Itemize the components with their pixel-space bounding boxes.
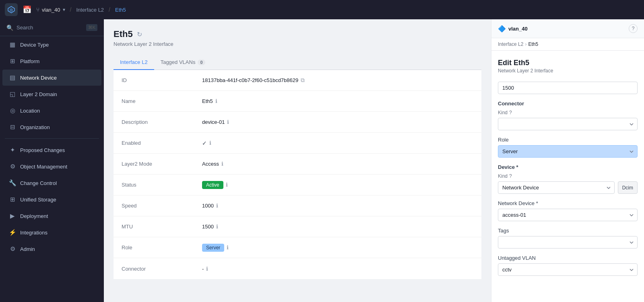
device-dcim-badge: Dcim [618,181,638,194]
branch-selector[interactable]: ⑂ vlan_40 ▾ [36,6,65,13]
sidebar-item-deployment[interactable]: ▶Deployment [2,208,101,224]
sidebar-item-unified-storage[interactable]: ⊞Unified Storage [2,191,101,207]
device-section-title: Device * [498,164,638,170]
panel-brand-name: vlan_40 [508,26,528,32]
sidebar-item-admin[interactable]: ⚙Admin [2,241,101,257]
sidebar-icon-platform: ⊞ [9,58,16,65]
panel-help-button[interactable]: ? [629,24,638,33]
cell-text: - [202,266,204,272]
form-device: Device * Kind ? Network Device Dcim [498,164,638,194]
connector-kind-help-icon[interactable]: ? [509,110,512,115]
breadcrumb-interface-l2[interactable]: Interface L2 [76,7,104,13]
breadcrumb-sep2: / [109,6,110,13]
sidebar-item-platform[interactable]: ⊞Platform [2,53,101,69]
device-kind-help-icon[interactable]: ? [509,173,512,179]
info-icon[interactable]: ℹ [227,119,229,125]
table-cell-key: Enabled [122,140,202,146]
form-network-device: Network Device * access-01 [498,200,638,221]
sidebar-item-location[interactable]: ◎Location [2,103,101,119]
device-kind-label: Kind ? [498,173,638,179]
panel-brand: 🔷 vlan_40 [498,25,528,33]
sidebar-label-organization: Organization [20,124,50,130]
sidebar-item-organization[interactable]: ⊟Organization [2,119,101,135]
table-row: MTU1500ℹ [114,216,481,237]
sidebar-icon-organization: ⊟ [9,123,16,131]
info-icon[interactable]: ℹ [221,161,223,167]
copy-icon[interactable]: ⧉ [301,77,305,84]
info-icon[interactable]: ℹ [216,203,218,209]
breadcrumb-eth5[interactable]: Eth5 [115,7,126,13]
sidebar-icon-layer2-domain: ◱ [9,90,16,98]
table-row: NameEth5ℹ [114,91,481,112]
sidebar-item-object-management[interactable]: ⚙Object Management [2,158,101,175]
sidebar-item-integrations[interactable]: ⚡Integrations [2,224,101,240]
table-cell-key: Description [122,119,202,125]
tags-select[interactable] [498,236,638,249]
mtu-input[interactable] [498,82,638,94]
data-table: ID18137bba-441f-c0b7-2f60-c51bcd7b8629⧉N… [114,70,481,279]
sidebar-item-device-type[interactable]: ▦Device Type [2,37,101,53]
table-row: Enabled✓ℹ [114,133,481,154]
panel-edit-title: Edit Eth5 [498,59,638,67]
tab-interface-l2[interactable]: Interface L2 [114,55,154,70]
role-select[interactable]: Server [498,145,638,158]
sidebar-label-proposed-changes: Proposed Changes [20,147,65,153]
table-cell-value: -ℹ [202,266,473,272]
form-mtu [498,82,638,94]
sidebar-label-object-management: Object Management [20,164,67,170]
network-device-select[interactable]: access-01 [498,209,638,221]
search-shortcut: ⌘K [86,24,97,31]
sidebar-item-layer2-domain[interactable]: ◱Layer 2 Domain [2,86,101,102]
form-untagged-vlan: Untagged VLAN cctv [498,255,638,276]
refresh-icon[interactable]: ↻ [137,31,142,38]
tab-tagged-vlans-label: Tagged VLANs [161,59,196,65]
panel-body: Edit Eth5 Network Layer 2 Interface Conn… [491,51,644,302]
sidebar-item-change-control[interactable]: 🔧Change Control [2,175,101,191]
table-cell-value: 18137bba-441f-c0b7-2f60-c51bcd7b8629⧉ [202,77,473,84]
sidebar-label-network-device: Network Device [20,75,57,81]
sidebar-item-proposed-changes[interactable]: ✦Proposed Changes [2,142,101,158]
info-icon[interactable]: ℹ [227,244,229,251]
info-icon[interactable]: ℹ [215,98,217,104]
content-area: Eth5 ↻ Network Layer 2 Interface Interfa… [104,19,491,302]
sidebar-icon-deployment: ▶ [9,212,16,220]
sidebar-label-device-type: Device Type [20,42,49,48]
main-content: Eth5 ↻ Network Layer 2 Interface Interfa… [104,19,491,302]
cell-text: 1000 [202,203,214,209]
sidebar-icon-object-management: ⚙ [9,163,16,170]
sidebar-icon-unified-storage: ⊞ [9,196,16,203]
info-icon[interactable]: ℹ [216,224,218,230]
table-cell-key: Role [122,244,202,251]
branch-name: vlan_40 [42,7,60,13]
cell-text: Access [202,161,219,167]
breadcrumb-sep1: / [70,6,72,13]
connector-kind-select[interactable] [498,118,638,130]
calendar-icon[interactable]: 📅 [21,4,33,16]
panel-breadcrumb-parent[interactable]: Interface L2 [498,41,523,47]
search-button[interactable]: 🔍 Search ⌘K [0,19,104,36]
topbar: 📅 ⑂ vlan_40 ▾ / Interface L2 / Eth5 [0,0,644,19]
sidebar-label-change-control: Change Control [20,180,57,186]
table-cell-key: Name [122,98,202,104]
check-icon: ✓ [202,140,207,146]
device-kind-select[interactable]: Network Device [498,181,615,194]
untagged-vlan-select[interactable]: cctv [498,263,638,276]
page-subtitle: Network Layer 2 Interface [114,41,481,47]
search-icon: 🔍 [6,25,13,31]
sidebar-item-network-device[interactable]: ▤Network Device [2,70,101,86]
untagged-vlan-label: Untagged VLAN [498,255,638,261]
table-row: Connector-ℹ [114,258,481,279]
info-icon[interactable]: ℹ [226,182,228,188]
table-cell-key: MTU [122,224,202,230]
sidebar-icon-location: ◎ [9,107,16,114]
cell-text: Eth5 [202,98,213,104]
sidebar-label-deployment: Deployment [20,213,48,219]
tab-tagged-vlans[interactable]: Tagged VLANs 0 [154,55,212,70]
info-icon[interactable]: ℹ [206,266,208,272]
app-logo[interactable] [5,3,18,16]
form-role: Role Server [498,137,638,158]
info-icon[interactable]: ℹ [209,140,211,146]
branch-chevron-icon[interactable]: ▾ [63,7,65,12]
device-kind-row: Network Device Dcim [498,181,638,194]
panel-brand-icon: 🔷 [498,25,506,33]
